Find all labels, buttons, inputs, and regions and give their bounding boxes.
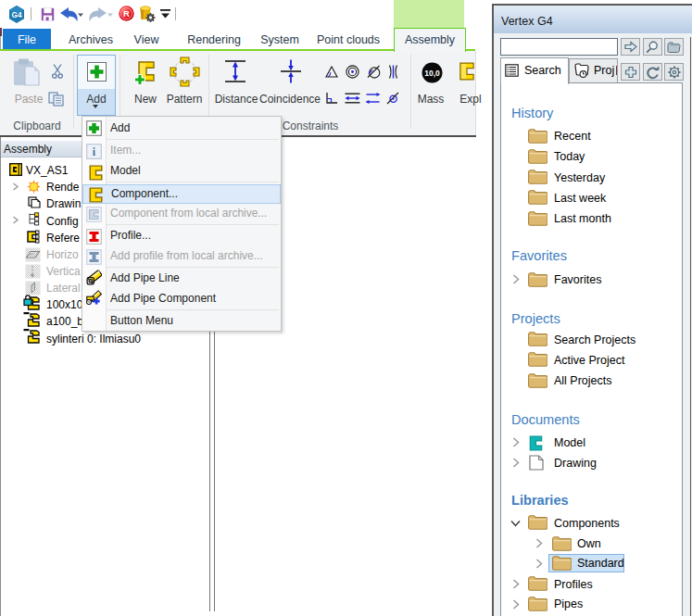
svg-text:R: R <box>123 8 130 19</box>
svg-text:G4: G4 <box>12 11 22 19</box>
svg-text:10,0: 10,0 <box>424 69 440 78</box>
